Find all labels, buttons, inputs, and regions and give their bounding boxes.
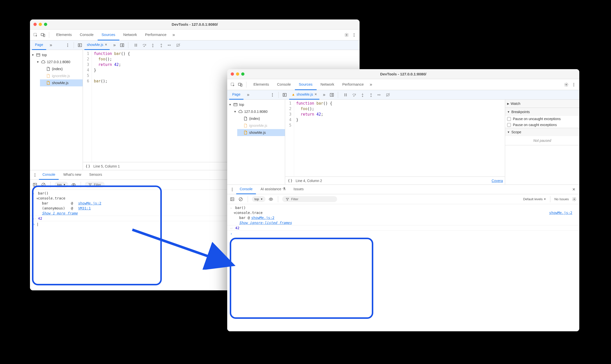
tab-network[interactable]: Network [317, 79, 338, 90]
pretty-print-icon[interactable] [85, 163, 91, 169]
kebab-menu-icon[interactable] [571, 82, 577, 88]
tab-console[interactable]: Console [76, 29, 98, 40]
tab-network[interactable]: Network [119, 29, 141, 40]
navigator-menu-icon[interactable] [65, 42, 71, 48]
clear-console-icon[interactable] [238, 196, 244, 202]
editor-tab-showme[interactable]: ▲ showMe.js × [289, 90, 319, 100]
toggle-navigator-icon[interactable] [282, 92, 288, 98]
trace-frame-1-link[interactable]: showMe.js:2 [78, 201, 101, 205]
tab-elements[interactable]: Elements [249, 79, 273, 90]
inspect-element-icon[interactable] [230, 82, 236, 88]
drawer-menu-icon[interactable] [32, 172, 38, 178]
device-toolbar-icon[interactable] [40, 32, 46, 38]
pause-uncaught-checkbox[interactable] [507, 117, 511, 121]
tree-top[interactable]: ▼ top [30, 51, 83, 58]
show-ignorelisted-frames[interactable]: Show ignore-listed frames [227, 220, 579, 225]
tree-file-index[interactable]: (index) [40, 65, 83, 72]
tree-file-showme[interactable]: showMe.js [40, 79, 83, 86]
console-filter[interactable]: Filter [85, 182, 105, 187]
editor-tab-more-icon[interactable]: » [111, 42, 118, 48]
more-tabs-icon[interactable]: » [171, 29, 177, 40]
navigator-more-icon[interactable]: » [48, 42, 54, 48]
inspect-element-icon[interactable] [32, 32, 38, 38]
deactivate-breakpoints-icon[interactable] [385, 92, 391, 98]
toggle-debugger-icon[interactable] [329, 92, 335, 98]
watch-header[interactable]: ▶Watch [505, 100, 579, 108]
editor-tab-more-icon[interactable]: » [321, 92, 327, 97]
pause-icon[interactable] [343, 92, 349, 98]
tree-file-ignoreme[interactable]: ignoreMe.js [237, 122, 285, 129]
drawer-tab-issues[interactable]: Issues [290, 185, 307, 194]
page-tab[interactable]: Page [32, 40, 46, 50]
drawer-close-icon[interactable]: × [570, 186, 577, 192]
drawer-tab-sensors[interactable]: Sensors [86, 170, 105, 180]
kebab-menu-icon[interactable] [351, 32, 357, 38]
close-tab-icon[interactable]: × [105, 42, 107, 47]
context-selector[interactable]: top ▼ [55, 182, 68, 187]
tab-performance[interactable]: Performance [141, 29, 171, 40]
tree-file-ignoreme[interactable]: ignoreMe.js [40, 72, 83, 79]
step-icon[interactable] [167, 42, 173, 48]
log-levels-selector[interactable]: Default levels ▼ [523, 197, 546, 201]
context-selector[interactable]: top ▼ [252, 196, 265, 202]
console-sidebar-toggle-icon[interactable] [229, 196, 235, 202]
pause-uncaught-row[interactable]: Pause on uncaught exceptions [505, 116, 579, 122]
toggle-navigator-icon[interactable] [77, 42, 83, 48]
editor-tab-showme[interactable]: showMe.js × [84, 40, 110, 50]
scope-header[interactable]: ▼Scope [505, 128, 579, 136]
coverage-link[interactable]: Covera [492, 179, 503, 183]
step-icon[interactable] [377, 92, 383, 98]
clear-console-icon[interactable] [40, 182, 46, 188]
step-out-icon[interactable] [368, 92, 374, 98]
tree-file-index[interactable]: (index) [237, 115, 285, 122]
page-tab[interactable]: Page [229, 90, 243, 100]
more-tabs-icon[interactable]: » [368, 79, 374, 90]
navigator-menu-icon[interactable] [269, 92, 275, 98]
code-editor[interactable]: 12345 function bar() { foo(); return 42;… [285, 100, 505, 177]
pause-caught-row[interactable]: Pause on caught exceptions [505, 122, 579, 128]
drawer-tab-console[interactable]: Console [39, 170, 59, 180]
settings-gear-icon[interactable] [563, 82, 569, 88]
navigator-more-icon[interactable]: » [245, 92, 251, 97]
no-issues-badge[interactable]: No Issues [554, 197, 569, 201]
drawer-tab-console[interactable]: Console [236, 185, 256, 194]
tab-console[interactable]: Console [273, 79, 295, 90]
tab-sources[interactable]: Sources [98, 29, 119, 40]
console-input-row[interactable]: › [227, 231, 579, 237]
trace-frame-1-link[interactable]: showMe.js:2 [251, 216, 274, 220]
toggle-debugger-icon[interactable] [119, 42, 125, 48]
step-into-icon[interactable] [150, 42, 156, 48]
pause-icon[interactable] [133, 42, 139, 48]
pretty-print-icon[interactable] [287, 178, 293, 184]
console-call[interactable]: ›bar() [227, 205, 579, 210]
console-settings-icon[interactable] [571, 196, 577, 202]
step-out-icon[interactable] [158, 42, 164, 48]
console-input[interactable] [234, 232, 576, 236]
device-toolbar-icon[interactable] [237, 82, 243, 88]
tab-elements[interactable]: Elements [52, 29, 76, 40]
console-sidebar-toggle-icon[interactable] [32, 182, 38, 188]
live-expression-icon[interactable] [71, 182, 77, 188]
step-into-icon[interactable] [360, 92, 366, 98]
drawer-menu-icon[interactable] [229, 186, 235, 192]
step-over-icon[interactable] [351, 92, 357, 98]
deactivate-breakpoints-icon[interactable] [175, 42, 181, 48]
step-over-icon[interactable] [141, 42, 147, 48]
console-filter[interactable]: Filter [282, 196, 337, 202]
settings-gear-icon[interactable] [344, 32, 350, 38]
tab-sources[interactable]: Sources [295, 79, 317, 90]
drawer-tab-ai[interactable]: AI assistance ⚗ [257, 185, 289, 194]
tree-host[interactable]: ▼ 127.0.0.1:8080 [232, 108, 285, 115]
close-tab-icon[interactable]: × [315, 92, 317, 97]
drawer-tab-whatsnew[interactable]: What's new [60, 170, 85, 180]
console-trace-header[interactable]: ▼ console.trace showMe.js:2 [227, 210, 579, 215]
live-expression-icon[interactable] [268, 196, 274, 202]
tree-top[interactable]: ▼ top [227, 101, 285, 108]
tree-file-showme[interactable]: showMe.js [237, 129, 285, 136]
tab-performance[interactable]: Performance [338, 79, 368, 90]
trace-source-link[interactable]: showMe.js:2 [549, 211, 576, 215]
trace-frame-2-link[interactable]: VM31:1 [78, 206, 91, 210]
pause-caught-checkbox[interactable] [507, 123, 511, 127]
tree-host[interactable]: ▼ 127.0.0.1:8080 [35, 58, 83, 65]
breakpoints-header[interactable]: ▼Breakpoints [505, 108, 579, 116]
